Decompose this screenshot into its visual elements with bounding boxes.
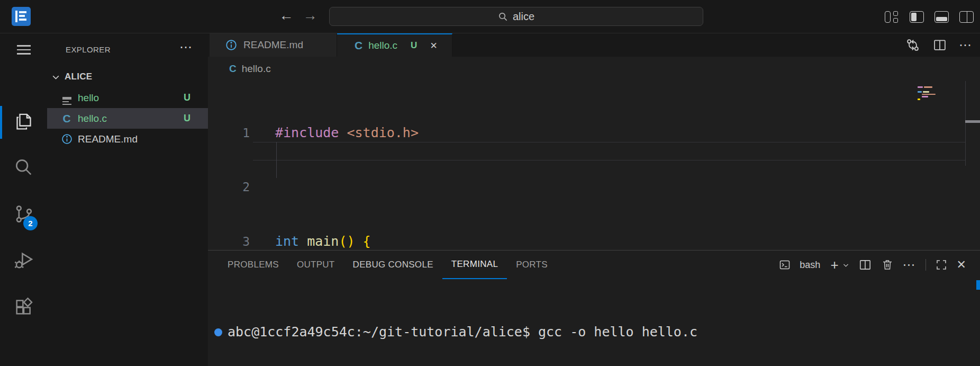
- extensions-icon: [13, 296, 34, 317]
- terminal-text: abc@1ccf2a49c54c:~/git-tutorial/alice$ g…: [228, 324, 697, 341]
- customize-layout-icon[interactable]: [885, 11, 899, 23]
- file-name: hello: [78, 92, 99, 104]
- tab-hello-c[interactable]: C hello.c U ✕: [337, 33, 452, 57]
- tab-label: README.md: [243, 39, 303, 51]
- terminal-overview-decoration: [976, 280, 980, 290]
- info-icon: [225, 39, 237, 51]
- panel-tab-bar: PROBLEMS OUTPUT DEBUG CONSOLE TERMINAL P…: [219, 251, 557, 279]
- command-success-decoration[interactable]: [214, 328, 222, 336]
- git-status-badge: U: [184, 113, 190, 124]
- file-row-hello[interactable]: hello U: [47, 87, 208, 108]
- code-line: 1#include <stdio.h>: [208, 124, 980, 142]
- layout-pill: [885, 11, 891, 23]
- info-icon: [59, 133, 75, 145]
- tab-label: hello.c: [368, 40, 397, 51]
- explorer-title: EXPLORER: [66, 45, 111, 54]
- layout-square: [893, 11, 898, 16]
- code-editor[interactable]: C hello.c 1#include <stdio.h> 2 3int mai…: [208, 57, 980, 250]
- code-line: 3int main() {: [208, 233, 980, 251]
- split-terminal-icon[interactable]: [858, 258, 872, 272]
- search-view-icon: [13, 157, 34, 178]
- panel-tab-problems[interactable]: PROBLEMS: [219, 251, 288, 279]
- explorer-header: EXPLORER ⋯: [47, 33, 208, 65]
- minimap[interactable]: [918, 86, 955, 101]
- activity-bar: 2: [0, 33, 47, 366]
- line-number: 3: [208, 233, 250, 251]
- layout-square: [893, 18, 898, 23]
- panel-tab-debug-console[interactable]: DEBUG CONSOLE: [344, 251, 442, 279]
- shell-label[interactable]: bash: [800, 260, 820, 271]
- panel-more-actions-icon[interactable]: ⋯: [903, 262, 917, 267]
- tab-readme-md[interactable]: README.md: [210, 33, 337, 57]
- file-name: hello.c: [78, 113, 107, 124]
- title-bar: ← → alice: [0, 0, 980, 33]
- fill: [911, 13, 917, 21]
- explorer-sidebar: EXPLORER ⋯ ALICE hello U C hello.c U RE: [47, 33, 208, 366]
- back-button[interactable]: ←: [277, 7, 295, 24]
- fill: [936, 17, 947, 21]
- c-icon: C: [59, 112, 75, 125]
- chevron-down-icon: [51, 73, 60, 82]
- explorer-more-actions-button[interactable]: ⋯: [179, 40, 192, 55]
- breadcrumb-file: hello.c: [242, 63, 271, 75]
- split-editor-icon[interactable]: [932, 38, 947, 52]
- hamburger-icon: [17, 42, 31, 57]
- run-debug-icon: [13, 249, 35, 272]
- divider: [925, 259, 926, 271]
- compare-changes-icon[interactable]: [905, 37, 921, 53]
- app-logo-icon[interactable]: [12, 7, 31, 26]
- git-status-badge: U: [411, 40, 417, 51]
- folder-row-alice[interactable]: ALICE: [47, 67, 208, 87]
- terminal-line: abc@1ccf2a49c54c:~/git-tutorial/alice$ g…: [208, 324, 980, 341]
- terminal-content[interactable]: abc@1ccf2a49c54c:~/git-tutorial/alice$ g…: [208, 292, 980, 366]
- maximize-panel-icon[interactable]: [935, 258, 948, 271]
- bash-terminal-icon: [779, 259, 791, 271]
- logo-glyph: [15, 11, 17, 22]
- file-name: README.md: [78, 133, 138, 145]
- files-icon: [13, 111, 34, 132]
- close-icon[interactable]: ✕: [430, 40, 437, 51]
- kill-terminal-trash-icon[interactable]: [881, 258, 894, 271]
- c-icon: C: [355, 39, 362, 52]
- file-row-hello-c[interactable]: C hello.c U: [47, 108, 208, 129]
- breadcrumb[interactable]: C hello.c: [229, 63, 271, 75]
- panel-tab-ports[interactable]: PORTS: [507, 251, 557, 279]
- editor-scrollbar[interactable]: [965, 81, 966, 166]
- logo-glyph-line: [19, 11, 26, 13]
- panel-actions: bash + ⋯ ✕: [779, 251, 966, 279]
- command-center-search[interactable]: alice: [329, 7, 703, 26]
- git-status-badge: U: [184, 92, 190, 103]
- editor-tab-bar: README.md C hello.c U ✕ ⋯: [208, 33, 980, 57]
- bottom-panel: PROBLEMS OUTPUT DEBUG CONSOLE TERMINAL P…: [208, 250, 980, 366]
- forward-button[interactable]: →: [301, 7, 319, 24]
- panel-tab-output[interactable]: OUTPUT: [288, 251, 344, 279]
- more-actions-icon[interactable]: ⋯: [959, 42, 973, 48]
- sidebar-item-run-debug[interactable]: [0, 244, 47, 277]
- vscode-window: ← → alice: [0, 0, 980, 366]
- code-line: 2: [208, 178, 980, 196]
- search-value: alice: [513, 11, 534, 23]
- divider: [967, 12, 967, 22]
- panel-tab-terminal[interactable]: TERMINAL: [442, 251, 507, 279]
- line-number: 1: [208, 124, 250, 142]
- toggle-secondary-sidebar-icon[interactable]: [959, 11, 974, 23]
- sidebar-item-extensions[interactable]: [0, 290, 47, 323]
- line-number: 2: [208, 178, 250, 196]
- sidebar-item-search[interactable]: [0, 151, 47, 184]
- search-icon: [498, 12, 508, 22]
- file-row-readme[interactable]: README.md: [47, 129, 208, 149]
- sidebar-item-explorer[interactable]: [0, 105, 47, 138]
- source-control-badge: 2: [23, 216, 38, 230]
- new-terminal-button[interactable]: +: [830, 257, 838, 273]
- toggle-primary-sidebar-icon[interactable]: [910, 11, 924, 23]
- close-panel-icon[interactable]: ✕: [957, 258, 966, 272]
- menu-button[interactable]: [0, 33, 47, 66]
- folder-name: ALICE: [65, 72, 93, 82]
- logo-glyph-line: [19, 15, 25, 17]
- logo-glyph-line: [19, 19, 26, 21]
- c-icon: C: [229, 63, 237, 75]
- overview-ruler-cursor-mark: [965, 120, 980, 123]
- toggle-panel-icon[interactable]: [934, 11, 949, 23]
- file-lines-icon: [59, 96, 75, 100]
- terminal-profile-chevron-icon[interactable]: [842, 262, 849, 269]
